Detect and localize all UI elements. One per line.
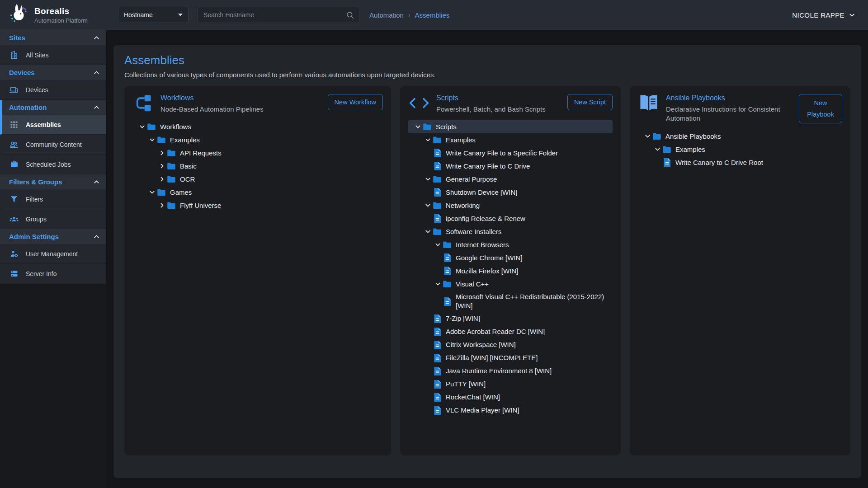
tree-folder-visual-c[interactable]: Visual C++ bbox=[408, 277, 613, 291]
tree-file-java-runtime-environment-8-win[interactable]: Java Runtime Environment 8 [WIN] bbox=[408, 365, 613, 378]
sidebar-item-scheduled-jobs[interactable]: Scheduled Jobs bbox=[0, 155, 106, 174]
sidebar-item-server-info[interactable]: Server Info bbox=[0, 264, 106, 284]
sidebar-item-label: Filters bbox=[26, 196, 43, 203]
chevron-down-icon[interactable] bbox=[413, 122, 423, 131]
tree-file-write-canary-to-c-drive-root[interactable]: Write Canary to C Drive Root bbox=[638, 156, 842, 169]
tree-folder-basic[interactable]: Basic bbox=[132, 160, 383, 173]
new-workflow-button[interactable]: New Workflow bbox=[328, 94, 383, 110]
tree-file-putty-win[interactable]: PuTTY [WIN] bbox=[408, 378, 613, 391]
sidebar-section-label: Admin Settings bbox=[9, 233, 59, 240]
tree-folder-api-requests[interactable]: API Requests bbox=[132, 146, 383, 160]
tree-file-filezilla-win-incomplete[interactable]: FileZilla [WIN] [INCOMPLETE] bbox=[408, 352, 613, 365]
folder-icon bbox=[433, 227, 442, 237]
new-playbook-button[interactable]: New Playbook bbox=[799, 94, 842, 123]
tree-folder-workflows[interactable]: Workflows bbox=[132, 120, 383, 133]
tree-folder-ocr[interactable]: OCR bbox=[132, 173, 383, 186]
tree-folder-examples[interactable]: Examples bbox=[132, 133, 383, 146]
sidebar-section-admin-settings[interactable]: Admin Settings bbox=[0, 229, 106, 244]
breadcrumb-item-automation[interactable]: Automation bbox=[369, 11, 404, 19]
file-icon bbox=[433, 214, 442, 224]
folder-icon bbox=[652, 131, 661, 141]
sidebar-item-label: Groups bbox=[26, 216, 47, 223]
tree-file-citrix-workspace-win[interactable]: Citrix Workspace [WIN] bbox=[408, 338, 613, 352]
search-input[interactable] bbox=[203, 11, 346, 19]
sidebar-item-community-content[interactable]: Community Content bbox=[0, 135, 106, 155]
tree-file-shutdown-device-win[interactable]: Shutdown Device [WIN] bbox=[408, 186, 613, 199]
tree-folder-software-installers[interactable]: Software Installers bbox=[408, 225, 613, 238]
tree-folder-flyff-universe[interactable]: Flyff Universe bbox=[132, 199, 383, 212]
sidebar-item-all-sites[interactable]: All Sites bbox=[0, 45, 106, 65]
tree-folder-general-purpose[interactable]: General Purpose bbox=[408, 173, 613, 186]
folder-icon bbox=[433, 135, 442, 145]
tree-file-rocketchat-win[interactable]: RocketChat [WIN] bbox=[408, 391, 613, 404]
chevron-right-icon[interactable] bbox=[157, 201, 167, 210]
folder-icon bbox=[443, 240, 452, 250]
hostname-select[interactable]: Hostname bbox=[118, 7, 189, 23]
chevron-down-icon[interactable] bbox=[423, 227, 433, 236]
tree-node-label: Microsoft Visual C++ Redistributable (20… bbox=[456, 292, 610, 311]
tree-file-write-canary-file-to-c-drive[interactable]: Write Canary File to C Drive bbox=[408, 160, 613, 173]
tree-file-vlc-media-player-win[interactable]: VLC Media Player [WIN] bbox=[408, 404, 613, 417]
file-icon bbox=[433, 405, 442, 415]
search-icon[interactable] bbox=[346, 11, 354, 19]
chevron-down-icon[interactable] bbox=[423, 201, 433, 210]
chevron-right-icon[interactable] bbox=[157, 149, 167, 158]
chevron-down-icon[interactable] bbox=[147, 136, 157, 145]
tree-ansible-playbooks: Ansible PlaybooksExamplesWrite Canary to… bbox=[638, 130, 842, 169]
breadcrumb-item-assemblies[interactable]: Assemblies bbox=[415, 11, 450, 19]
tree-folder-networking[interactable]: Networking bbox=[408, 199, 613, 212]
sidebar-section-devices[interactable]: Devices bbox=[0, 65, 106, 80]
tree-folder-examples[interactable]: Examples bbox=[408, 133, 613, 146]
chevron-right-icon[interactable] bbox=[157, 162, 167, 171]
tree-file-7-zip-win[interactable]: 7-Zip [WIN] bbox=[408, 312, 613, 325]
caret-down-icon bbox=[178, 14, 183, 16]
tree-file-adobe-acrobat-reader-dc-win[interactable]: Adobe Acrobat Reader DC [WIN] bbox=[408, 325, 613, 338]
sidebar-section-sites[interactable]: Sites bbox=[0, 30, 106, 45]
page-title: Assemblies bbox=[124, 53, 850, 67]
user-menu[interactable]: NICOLE RAPPE bbox=[792, 11, 868, 19]
sidebar-item-filters[interactable]: Filters bbox=[0, 189, 106, 209]
panel-header: WorkflowsNode-Based Automation Pipelines… bbox=[132, 93, 383, 114]
tree-node-label: Write Canary File to a Specific Folder bbox=[446, 149, 558, 158]
tree-file-mozilla-firefox-win[interactable]: Mozilla Firefox [WIN] bbox=[408, 264, 613, 277]
tree-folder-scripts[interactable]: Scripts bbox=[408, 120, 613, 133]
tree-file-ipconfig-release-renew[interactable]: ipconfig Release & Renew bbox=[408, 212, 613, 225]
chevron-down-icon[interactable] bbox=[137, 122, 147, 131]
chevron-right-icon[interactable] bbox=[157, 175, 167, 184]
chevron-down-icon[interactable] bbox=[147, 188, 157, 197]
file-icon bbox=[433, 314, 442, 324]
tree-file-write-canary-file-to-a-specific-folder[interactable]: Write Canary File to a Specific Folder bbox=[408, 146, 613, 160]
borealis-logo[interactable]: Borealis Automation Platform bbox=[0, 3, 106, 27]
tree-node-label: Write Canary to C Drive Root bbox=[675, 158, 763, 167]
chevron-down-icon[interactable] bbox=[642, 132, 652, 141]
tree-folder-games[interactable]: Games bbox=[132, 186, 383, 199]
chevron-down-icon[interactable] bbox=[652, 145, 662, 154]
sidebar-item-groups[interactable]: Groups bbox=[0, 209, 106, 229]
file-icon bbox=[662, 158, 671, 168]
chevron-down-icon[interactable] bbox=[433, 240, 443, 249]
new-script-button[interactable]: New Script bbox=[567, 94, 613, 110]
tree-folder-examples[interactable]: Examples bbox=[638, 143, 842, 156]
tree-folder-ansible-playbooks[interactable]: Ansible Playbooks bbox=[638, 130, 842, 143]
sidebar-item-devices[interactable]: Devices bbox=[0, 80, 106, 100]
file-icon bbox=[443, 266, 452, 276]
assemblies-card: Assemblies Collections of various types … bbox=[113, 45, 861, 478]
tree-node-label: Shutdown Device [WIN] bbox=[446, 188, 517, 197]
tree-folder-internet-browsers[interactable]: Internet Browsers bbox=[408, 238, 613, 251]
search-box[interactable] bbox=[198, 7, 359, 23]
tree-scripts: ScriptsExamplesWrite Canary File to a Sp… bbox=[408, 120, 613, 417]
tree-file-microsoft-visual-c-redistributable-2015-2022-win[interactable]: Microsoft Visual C++ Redistributable (20… bbox=[408, 291, 613, 312]
tree-node-label: General Purpose bbox=[446, 175, 497, 184]
tree-node-label: API Requests bbox=[180, 149, 222, 158]
sidebar-section-automation[interactable]: Automation bbox=[0, 100, 106, 115]
tree-node-label: Ansible Playbooks bbox=[665, 132, 721, 141]
sidebar-section-filters-groups[interactable]: Filters & Groups bbox=[0, 174, 106, 189]
sidebar-item-user-management[interactable]: User Management bbox=[0, 244, 106, 264]
tree-file-google-chrome-win[interactable]: Google Chrome [WIN] bbox=[408, 251, 613, 264]
sidebar-item-assemblies[interactable]: Assemblies bbox=[0, 115, 106, 135]
chevron-down-icon[interactable] bbox=[423, 136, 433, 145]
chevron-down-icon[interactable] bbox=[433, 280, 443, 289]
tree-node-label: 7-Zip [WIN] bbox=[446, 314, 480, 323]
chevron-down-icon[interactable] bbox=[423, 175, 433, 184]
sidebar: SitesAll SitesDevicesDevicesAutomationAs… bbox=[0, 30, 106, 488]
